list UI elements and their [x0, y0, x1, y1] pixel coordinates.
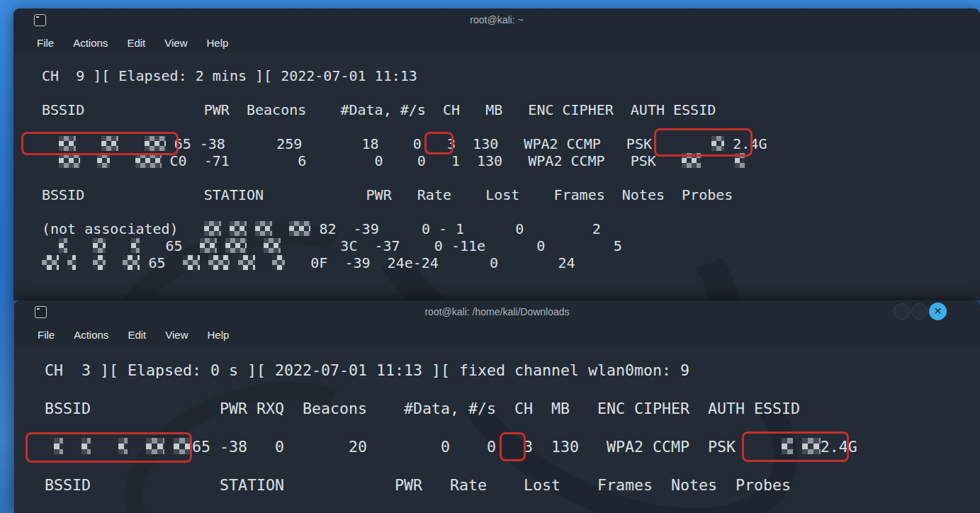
menu-item-view[interactable]: View [164, 37, 187, 49]
terminal-text: BSSID STATION PWR Rate Lost Frames Notes… [42, 186, 733, 203]
redacted-pixelation [81, 438, 91, 454]
redacted-pixelation [255, 221, 272, 236]
terminal-line: CH 3 ][ Elapsed: 0 s ][ 2022-07-01 11:13… [45, 361, 980, 380]
redacted-pixelation [101, 136, 118, 151]
redacted-pixelation [264, 238, 281, 253]
redacted-pixelation [802, 438, 821, 454]
terminal-text [221, 220, 230, 237]
menu-item-file[interactable]: File [38, 329, 55, 341]
terminal-line: 65 -38 259 18 0 3 130 WPA2 CCMP PSK 2.4G [42, 135, 980, 152]
terminal-text: 0F -39 24e-24 0 24 [285, 254, 575, 271]
terminal-line: BSSID STATION PWR Rate Lost Frames Notes… [42, 186, 980, 203]
redacted-pixelation [289, 221, 310, 236]
redacted-pixelation [183, 255, 200, 270]
terminal-line: 65 0F -39 24e-24 0 24 [42, 254, 980, 271]
terminal-text: 65 -38 0 20 0 0 3 130 WPA2 CCMP PSK [192, 437, 782, 456]
terminal-line: 65 3C -37 0 -11e 0 5 [42, 237, 980, 254]
terminal-window-home: root@kali: ~ FileActionsEditViewHelp CH … [13, 9, 980, 300]
menu-item-actions[interactable]: Actions [73, 37, 108, 49]
terminal-text [59, 254, 67, 271]
terminal-text [793, 437, 802, 456]
redacted-pixelation [208, 255, 230, 270]
redacted-pixelation [238, 255, 255, 270]
terminal-text [217, 237, 225, 254]
terminal-text: 65 [140, 237, 199, 254]
titlebar[interactable]: root@kali: /home/kali/Downloads ✕ [14, 300, 980, 324]
minimize-button[interactable] [894, 303, 910, 320]
redacted-pixelation [682, 153, 701, 168]
terminal-text [42, 135, 59, 152]
redacted-pixelation [225, 238, 247, 253]
terminal-text [76, 135, 101, 152]
terminal-line [45, 456, 980, 475]
redacted-pixelation [54, 438, 63, 454]
menu-item-edit[interactable]: Edit [127, 37, 145, 49]
window-title: root@kali: ~ [13, 14, 980, 26]
terminal-line [45, 380, 980, 399]
menu-item-actions[interactable]: Actions [74, 329, 108, 341]
terminal-line: BSSID PWR Beacons #Data, #/s CH MB ENC C… [42, 101, 980, 118]
redacted-pixelation [230, 221, 247, 236]
redacted-pixelation [146, 438, 164, 454]
terminal-text: CH 3 ][ Elapsed: 0 s ][ 2022-07-01 11:13… [45, 361, 689, 380]
redacted-pixelation [174, 438, 192, 454]
terminal-output[interactable]: CH 9 ][ Elapsed: 2 mins ][ 2022-07-01 11… [13, 53, 980, 300]
terminal-text [76, 254, 93, 271]
redacted-pixelation [711, 136, 724, 151]
menu-item-file[interactable]: File [37, 37, 54, 49]
redacted-pixelation [97, 153, 110, 168]
redacted-pixelation [131, 238, 140, 253]
terminal-line [42, 118, 980, 135]
terminal-line: BSSID STATION PWR Rate Lost Frames Notes… [45, 475, 980, 495]
close-button[interactable]: ✕ [929, 303, 947, 320]
terminal-line: (not associated) 82 -39 0 - 1 0 2 [42, 220, 980, 237]
terminal-line: 65 -38 0 20 0 0 3 130 WPA2 CCMP PSK 2.4G [45, 437, 980, 456]
terminal-text [164, 437, 174, 456]
terminal-line: C0 -71 6 0 0 1 130 WPA2 CCMP PSK [42, 152, 980, 169]
redacted-pixelation [67, 255, 76, 270]
terminal-text [63, 437, 81, 456]
terminal-text [255, 254, 272, 271]
terminal-text [106, 237, 131, 254]
terminal-text [701, 152, 735, 169]
redacted-pixelation [59, 238, 67, 253]
terminal-line [42, 84, 980, 101]
terminal-text [42, 237, 59, 254]
terminal-text [200, 254, 208, 271]
terminal-text: BSSID STATION PWR Rate Lost Frames Notes… [45, 475, 791, 495]
terminal-text: (not associated) [42, 220, 204, 237]
terminal-text: BSSID PWR RXQ Beacons #Data, #/s CH MB E… [45, 399, 800, 418]
redacted-pixelation [135, 153, 161, 168]
menu-item-view[interactable]: View [165, 329, 188, 341]
terminal-output[interactable]: CH 3 ][ Elapsed: 0 s ][ 2022-07-01 11:13… [14, 345, 980, 513]
terminal-text [118, 135, 144, 152]
window-title: root@kali: /home/kali/Downloads [14, 306, 980, 317]
terminal-text [45, 437, 54, 456]
menu-item-help[interactable]: Help [207, 329, 229, 341]
terminal-text [67, 237, 93, 254]
redacted-pixelation [735, 153, 745, 168]
terminal-line [45, 418, 980, 437]
redacted-pixelation [118, 438, 128, 454]
terminal-text: 65 [140, 254, 182, 271]
redacted-pixelation [59, 153, 80, 168]
menu-item-edit[interactable]: Edit [128, 329, 146, 341]
terminal-text [80, 152, 97, 169]
terminal-line: BSSID PWR RXQ Beacons #Data, #/s CH MB E… [45, 399, 980, 418]
maximize-button[interactable] [911, 303, 928, 320]
redacted-pixelation [145, 136, 166, 151]
redacted-pixelation [93, 238, 106, 253]
redacted-pixelation [59, 136, 76, 151]
terminal-window-downloads: root@kali: /home/kali/Downloads ✕ FileAc… [14, 300, 980, 513]
terminal-text: C0 -71 6 0 0 1 130 WPA2 CCMP PSK [162, 152, 682, 169]
menu-item-help[interactable]: Help [206, 37, 228, 49]
terminal-text: 82 -39 0 - 1 0 2 [310, 220, 600, 237]
redacted-pixelation [42, 255, 59, 270]
redacted-pixelation [204, 221, 221, 236]
terminal-text [247, 237, 264, 254]
terminal-text [106, 254, 123, 271]
terminal-text [247, 220, 255, 237]
titlebar[interactable]: root@kali: ~ [13, 9, 980, 32]
redacted-pixelation [93, 255, 106, 270]
terminal-line [42, 169, 980, 186]
